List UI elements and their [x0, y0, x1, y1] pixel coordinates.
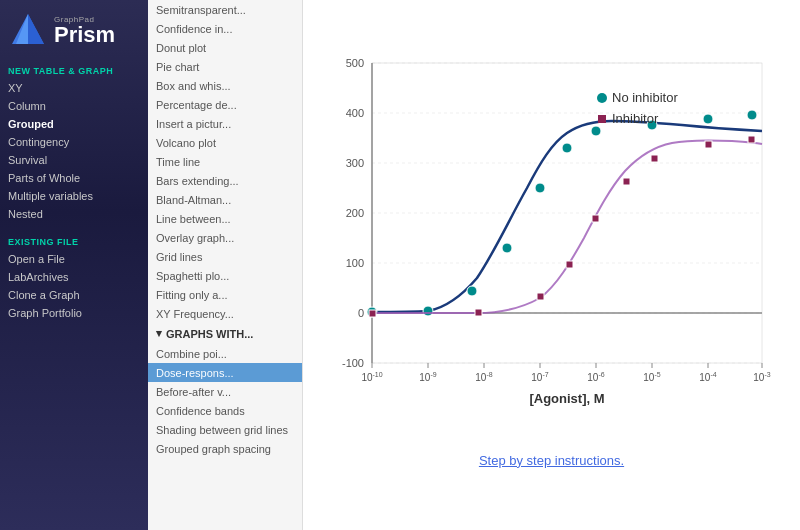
sidebar-item-survival[interactable]: Survival: [0, 151, 148, 169]
menu-item-confidence-in[interactable]: Confidence in...: [148, 19, 302, 38]
svg-rect-53: [651, 155, 658, 162]
svg-rect-50: [566, 261, 573, 268]
svg-text:10-8: 10-8: [475, 371, 492, 383]
menu-item-xy-frequency[interactable]: XY Frequency...: [148, 304, 302, 323]
svg-point-41: [535, 183, 545, 193]
menu-item-semitransparent[interactable]: Semitransparent...: [148, 0, 302, 19]
sidebar-item-graph-portfolio[interactable]: Graph Portfolio: [0, 304, 148, 322]
svg-rect-58: [598, 115, 606, 123]
svg-rect-47: [369, 310, 376, 317]
chevron-down-icon: ▾: [156, 327, 162, 340]
dose-response-graph: 500 400 300 200 100 0 -100 10-10 10-: [312, 43, 792, 423]
svg-point-56: [597, 93, 607, 103]
svg-rect-49: [537, 293, 544, 300]
menu-item-pie-chart[interactable]: Pie chart: [148, 57, 302, 76]
svg-rect-51: [592, 215, 599, 222]
menu-item-shading-between[interactable]: Shading between grid lines: [148, 420, 302, 439]
svg-text:10-4: 10-4: [699, 371, 716, 383]
svg-text:-100: -100: [341, 357, 363, 369]
new-table-header: NEW TABLE & GRAPH: [0, 60, 148, 79]
menu-item-insert-picture[interactable]: Insert a pictur...: [148, 114, 302, 133]
logo-area: GraphPad Prism: [0, 0, 148, 60]
svg-point-39: [467, 286, 477, 296]
sidebar-item-xy[interactable]: XY: [0, 79, 148, 97]
menu-item-spaghetti[interactable]: Spaghetti plo...: [148, 266, 302, 285]
svg-text:500: 500: [345, 57, 363, 69]
svg-text:10-9: 10-9: [419, 371, 436, 383]
menu-item-dose-response[interactable]: Dose-respons...: [148, 363, 302, 382]
menu-item-confidence-bands[interactable]: Confidence bands: [148, 401, 302, 420]
menu-item-bland-altman[interactable]: Bland-Altman...: [148, 190, 302, 209]
graph-container: 500 400 300 200 100 0 -100 10-10 10-: [312, 43, 792, 443]
menu-section-graphs-with: ▾ GRAPHS WITH...: [148, 323, 302, 344]
menu-item-timeline[interactable]: Time line: [148, 152, 302, 171]
svg-rect-52: [623, 178, 630, 185]
svg-text:10-10: 10-10: [361, 371, 382, 383]
sidebar: GraphPad Prism NEW TABLE & GRAPH XY Colu…: [0, 0, 148, 530]
svg-point-40: [502, 243, 512, 253]
svg-text:100: 100: [345, 257, 363, 269]
svg-rect-55: [748, 136, 755, 143]
svg-point-45: [703, 114, 713, 124]
sidebar-item-nested[interactable]: Nested: [0, 205, 148, 223]
sidebar-item-contingency[interactable]: Contingency: [0, 133, 148, 151]
sidebar-item-column[interactable]: Column: [0, 97, 148, 115]
svg-text:200: 200: [345, 207, 363, 219]
menu-item-bars-extending[interactable]: Bars extending...: [148, 171, 302, 190]
sidebar-item-open-file[interactable]: Open a File: [0, 250, 148, 268]
menu-item-grouped-spacing[interactable]: Grouped graph spacing: [148, 439, 302, 458]
main-content: 500 400 300 200 100 0 -100 10-10 10-: [303, 0, 800, 530]
menu-item-fitting-only[interactable]: Fitting only a...: [148, 285, 302, 304]
menu-panel: Semitransparent... Confidence in... Donu…: [148, 0, 303, 530]
svg-text:0: 0: [357, 307, 363, 319]
svg-point-43: [591, 126, 601, 136]
svg-rect-54: [705, 141, 712, 148]
logo-prism-label: Prism: [54, 24, 115, 46]
menu-item-before-after[interactable]: Before-after v...: [148, 382, 302, 401]
sidebar-item-clone-graph[interactable]: Clone a Graph: [0, 286, 148, 304]
sidebar-item-grouped[interactable]: Grouped: [0, 115, 148, 133]
menu-item-line-between[interactable]: Line between...: [148, 209, 302, 228]
sidebar-item-parts-of-whole[interactable]: Parts of Whole: [0, 169, 148, 187]
menu-item-box-whisker[interactable]: Box and whis...: [148, 76, 302, 95]
menu-item-volcano[interactable]: Volcano plot: [148, 133, 302, 152]
sidebar-item-labarchives[interactable]: LabArchives: [0, 268, 148, 286]
prism-logo-icon: [10, 12, 46, 48]
step-by-step-link[interactable]: Step by step instructions.: [479, 453, 624, 468]
svg-rect-48: [475, 309, 482, 316]
svg-text:Inhibitor: Inhibitor: [612, 111, 659, 126]
menu-item-donut-plot[interactable]: Donut plot: [148, 38, 302, 57]
svg-text:300: 300: [345, 157, 363, 169]
menu-item-percentage[interactable]: Percentage de...: [148, 95, 302, 114]
menu-item-combine-points[interactable]: Combine poi...: [148, 344, 302, 363]
svg-text:10-5: 10-5: [643, 371, 660, 383]
svg-point-42: [562, 143, 572, 153]
svg-marker-1: [28, 14, 44, 44]
svg-point-38: [423, 306, 433, 316]
menu-item-overlay-graph[interactable]: Overlay graph...: [148, 228, 302, 247]
sidebar-item-multiple-variables[interactable]: Multiple variables: [0, 187, 148, 205]
svg-point-46: [747, 110, 757, 120]
svg-text:No inhibitor: No inhibitor: [612, 90, 678, 105]
logo-text: GraphPad Prism: [54, 15, 115, 46]
svg-text:10-6: 10-6: [587, 371, 604, 383]
svg-text:400: 400: [345, 107, 363, 119]
svg-text:10-7: 10-7: [531, 371, 548, 383]
menu-item-grid-lines[interactable]: Grid lines: [148, 247, 302, 266]
svg-text:10-3: 10-3: [753, 371, 770, 383]
existing-file-header: EXISTING FILE: [0, 231, 148, 250]
svg-text:[Agonist], M: [Agonist], M: [529, 391, 604, 406]
